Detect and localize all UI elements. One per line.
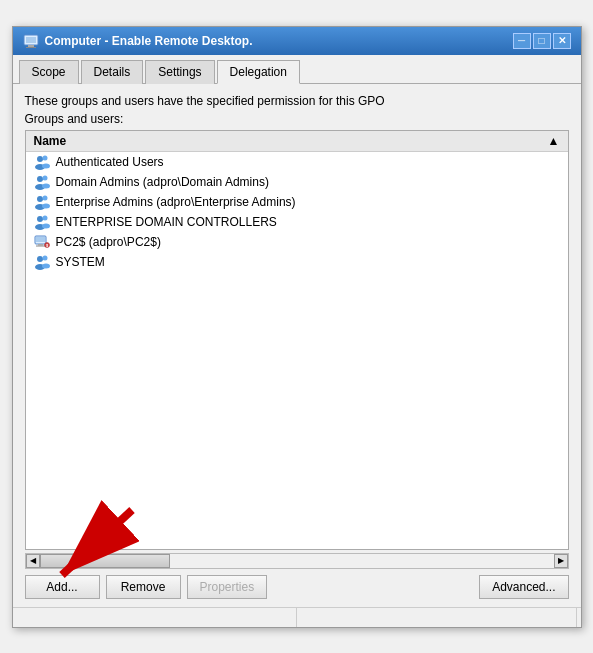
svg-point-26 (37, 256, 43, 262)
svg-point-16 (37, 216, 43, 222)
groups-label: Groups and users: (25, 112, 569, 126)
svg-rect-21 (36, 237, 45, 242)
status-bar (13, 607, 581, 627)
user-group-icon (34, 174, 50, 190)
status-panel-2 (297, 608, 577, 627)
svg-point-28 (42, 255, 47, 260)
svg-point-29 (42, 263, 50, 268)
computer-icon (23, 33, 39, 49)
title-bar: Computer - Enable Remote Desktop. ─ □ ✕ (13, 27, 581, 55)
add-button[interactable]: Add... (25, 575, 100, 599)
status-panel-1 (17, 608, 297, 627)
users-list-container: Name ▲ Authenticated Users (25, 130, 569, 550)
scrollbar-track (40, 554, 554, 568)
list-item-name: PC2$ (adpro\PC2$) (56, 235, 161, 249)
advanced-button[interactable]: Advanced... (479, 575, 568, 599)
list-item[interactable]: $ PC2$ (adpro\PC2$) (26, 232, 568, 252)
list-item[interactable]: Enterprise Admins (adpro\Enterprise Admi… (26, 192, 568, 212)
list-item[interactable]: Domain Admins (adpro\Domain Admins) (26, 172, 568, 192)
svg-point-6 (42, 155, 47, 160)
svg-rect-2 (28, 45, 34, 47)
title-bar-left: Computer - Enable Remote Desktop. (23, 33, 253, 49)
dialog: Computer - Enable Remote Desktop. ─ □ ✕ … (12, 26, 582, 628)
list-item[interactable]: Authenticated Users (26, 152, 568, 172)
tab-delegation[interactable]: Delegation (217, 60, 300, 84)
svg-point-4 (37, 156, 43, 162)
scroll-left-button[interactable]: ◀ (26, 554, 40, 568)
list-item-name: Authenticated Users (56, 155, 164, 169)
svg-rect-22 (38, 244, 43, 246)
list-items[interactable]: Authenticated Users Domain Admins (adpro… (26, 152, 568, 546)
maximize-button[interactable]: □ (533, 33, 551, 49)
list-header: Name ▲ (26, 131, 568, 152)
remove-button[interactable]: Remove (106, 575, 181, 599)
title-controls: ─ □ ✕ (513, 33, 571, 49)
list-item-name: Enterprise Admins (adpro\Enterprise Admi… (56, 195, 296, 209)
computer-icon-small: $ (34, 234, 50, 250)
svg-point-11 (42, 183, 50, 188)
list-item-name: ENTERPRISE DOMAIN CONTROLLERS (56, 215, 277, 229)
title-text: Computer - Enable Remote Desktop. (45, 34, 253, 48)
tab-content: These groups and users have the specifie… (13, 84, 581, 607)
svg-rect-23 (36, 245, 45, 246)
name-column-header: Name (34, 134, 67, 148)
tab-bar: Scope Details Settings Delegation (13, 55, 581, 84)
svg-rect-3 (26, 47, 36, 48)
user-group-icon (34, 214, 50, 230)
tab-details[interactable]: Details (81, 60, 144, 84)
svg-point-12 (37, 196, 43, 202)
tab-settings[interactable]: Settings (145, 60, 214, 84)
horizontal-scrollbar[interactable]: ◀ ▶ (25, 553, 569, 569)
user-group-icon (34, 194, 50, 210)
list-item-name: Domain Admins (adpro\Domain Admins) (56, 175, 269, 189)
system-icon (34, 254, 50, 270)
svg-rect-1 (26, 37, 36, 43)
tab-scope[interactable]: Scope (19, 60, 79, 84)
scroll-right-button[interactable]: ▶ (554, 554, 568, 568)
user-group-icon (34, 154, 50, 170)
svg-point-19 (42, 223, 50, 228)
svg-point-18 (42, 215, 47, 220)
minimize-button[interactable]: ─ (513, 33, 531, 49)
list-item[interactable]: SYSTEM (26, 252, 568, 272)
svg-point-8 (37, 176, 43, 182)
action-buttons: Add... Remove Properties Advanced... (25, 575, 569, 599)
list-item-name: SYSTEM (56, 255, 105, 269)
scrollbar-thumb[interactable] (40, 554, 170, 568)
svg-point-15 (42, 203, 50, 208)
properties-button[interactable]: Properties (187, 575, 268, 599)
description-text: These groups and users have the specifie… (25, 94, 569, 108)
sort-arrow: ▲ (548, 134, 560, 148)
svg-point-7 (42, 163, 50, 168)
svg-point-14 (42, 195, 47, 200)
list-item[interactable]: ENTERPRISE DOMAIN CONTROLLERS (26, 212, 568, 232)
svg-point-10 (42, 175, 47, 180)
dialog-wrapper: Computer - Enable Remote Desktop. ─ □ ✕ … (12, 26, 582, 628)
close-button[interactable]: ✕ (553, 33, 571, 49)
